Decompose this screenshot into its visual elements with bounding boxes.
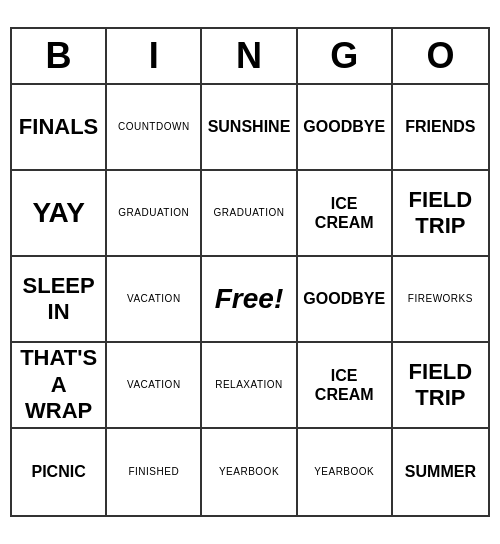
cell-2-2: Free! <box>202 257 297 343</box>
header-letter: I <box>107 29 202 83</box>
cell-text: THAT'S A WRAP <box>16 345 101 424</box>
cell-3-4: FIELD TRIP <box>393 343 488 429</box>
header-letter: G <box>298 29 393 83</box>
cell-0-0: FINALS <box>12 85 107 171</box>
cell-2-3: GOODBYE <box>298 257 393 343</box>
cell-1-0: YAY <box>12 171 107 257</box>
cell-text: GRADUATION <box>118 207 189 219</box>
bingo-header: BINGO <box>12 29 488 85</box>
cell-1-4: FIELD TRIP <box>393 171 488 257</box>
cell-4-3: YEARBOOK <box>298 429 393 515</box>
bingo-card: BINGO FINALSCOUNTDOWNSUNSHINEGOODBYEFRIE… <box>10 27 490 517</box>
header-letter: N <box>202 29 297 83</box>
cell-3-0: THAT'S A WRAP <box>12 343 107 429</box>
cell-text: YEARBOOK <box>219 466 279 478</box>
cell-0-1: COUNTDOWN <box>107 85 202 171</box>
cell-text: GOODBYE <box>303 117 385 136</box>
cell-text: FINISHED <box>128 466 179 478</box>
cell-text: FIREWORKS <box>408 293 473 305</box>
cell-text: ICE CREAM <box>302 366 387 404</box>
cell-3-1: VACATION <box>107 343 202 429</box>
cell-text: COUNTDOWN <box>118 121 190 133</box>
cell-4-0: PICNIC <box>12 429 107 515</box>
cell-0-2: SUNSHINE <box>202 85 297 171</box>
cell-text: FIELD TRIP <box>397 187 484 240</box>
header-letter: B <box>12 29 107 83</box>
cell-text: RELAXATION <box>215 379 283 391</box>
cell-2-0: SLEEP IN <box>12 257 107 343</box>
cell-text: SUMMER <box>405 462 476 481</box>
cell-text: FINALS <box>19 114 98 140</box>
cell-text: PICNIC <box>31 462 85 481</box>
cell-text: YEARBOOK <box>314 466 374 478</box>
cell-text: VACATION <box>127 379 181 391</box>
bingo-grid: FINALSCOUNTDOWNSUNSHINEGOODBYEFRIENDSYAY… <box>12 85 488 515</box>
cell-3-3: ICE CREAM <box>298 343 393 429</box>
cell-1-3: ICE CREAM <box>298 171 393 257</box>
cell-1-1: GRADUATION <box>107 171 202 257</box>
cell-text: GRADUATION <box>214 207 285 219</box>
cell-text: GOODBYE <box>303 289 385 308</box>
cell-text: YAY <box>32 196 84 230</box>
cell-text: FRIENDS <box>405 117 475 136</box>
cell-text: SLEEP IN <box>16 273 101 326</box>
cell-2-4: FIREWORKS <box>393 257 488 343</box>
cell-text: SUNSHINE <box>208 117 291 136</box>
cell-text: VACATION <box>127 293 181 305</box>
cell-0-4: FRIENDS <box>393 85 488 171</box>
cell-4-1: FINISHED <box>107 429 202 515</box>
cell-4-4: SUMMER <box>393 429 488 515</box>
cell-text: Free! <box>215 282 283 316</box>
cell-4-2: YEARBOOK <box>202 429 297 515</box>
cell-text: ICE CREAM <box>302 194 387 232</box>
header-letter: O <box>393 29 488 83</box>
cell-text: FIELD TRIP <box>397 359 484 412</box>
cell-2-1: VACATION <box>107 257 202 343</box>
cell-3-2: RELAXATION <box>202 343 297 429</box>
cell-0-3: GOODBYE <box>298 85 393 171</box>
cell-1-2: GRADUATION <box>202 171 297 257</box>
